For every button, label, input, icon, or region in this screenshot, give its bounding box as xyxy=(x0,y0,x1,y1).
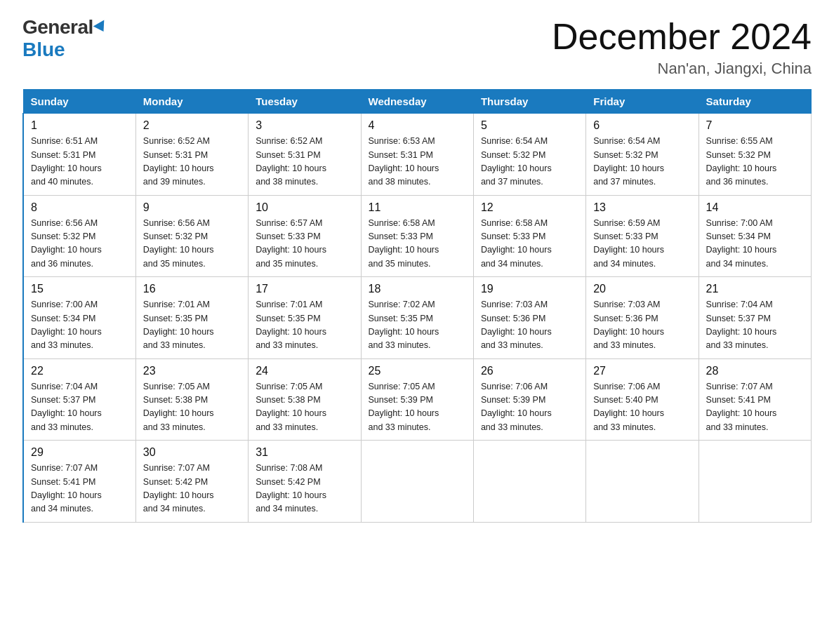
day-info: Sunrise: 7:05 AM Sunset: 5:39 PM Dayligh… xyxy=(369,380,466,435)
day-info: Sunrise: 6:58 AM Sunset: 5:33 PM Dayligh… xyxy=(369,217,466,271)
day-info: Sunrise: 6:51 AM Sunset: 5:31 PM Dayligh… xyxy=(31,135,128,189)
calendar-week-row: 8 Sunrise: 6:56 AM Sunset: 5:32 PM Dayli… xyxy=(23,195,812,277)
col-monday: Monday xyxy=(135,90,248,114)
day-number: 10 xyxy=(256,201,353,214)
logo-triangle-icon xyxy=(93,20,109,34)
day-number: 22 xyxy=(31,365,128,377)
day-info: Sunrise: 7:00 AM Sunset: 5:34 PM Dayligh… xyxy=(706,217,804,271)
calendar-week-row: 15 Sunrise: 7:00 AM Sunset: 5:34 PM Dayl… xyxy=(23,277,812,359)
table-row: 12 Sunrise: 6:58 AM Sunset: 5:33 PM Dayl… xyxy=(473,195,585,277)
day-number: 18 xyxy=(369,283,466,295)
day-info: Sunrise: 6:56 AM Sunset: 5:32 PM Dayligh… xyxy=(143,217,241,271)
day-info: Sunrise: 7:07 AM Sunset: 5:41 PM Dayligh… xyxy=(706,380,804,435)
day-info: Sunrise: 7:06 AM Sunset: 5:40 PM Dayligh… xyxy=(593,380,691,435)
day-info: Sunrise: 6:59 AM Sunset: 5:33 PM Dayligh… xyxy=(593,217,691,271)
day-number: 6 xyxy=(593,119,691,132)
day-number: 27 xyxy=(593,365,691,377)
day-info: Sunrise: 7:07 AM Sunset: 5:41 PM Dayligh… xyxy=(31,462,128,516)
table-row: 21 Sunrise: 7:04 AM Sunset: 5:37 PM Dayl… xyxy=(699,277,811,359)
day-number: 21 xyxy=(706,283,804,295)
day-number: 16 xyxy=(143,283,241,295)
table-row: 5 Sunrise: 6:54 AM Sunset: 5:32 PM Dayli… xyxy=(473,114,585,196)
table-row: 22 Sunrise: 7:04 AM Sunset: 5:37 PM Dayl… xyxy=(23,358,135,441)
table-row: 23 Sunrise: 7:05 AM Sunset: 5:38 PM Dayl… xyxy=(135,358,248,441)
day-number: 4 xyxy=(369,119,466,132)
day-info: Sunrise: 7:04 AM Sunset: 5:37 PM Dayligh… xyxy=(706,298,804,353)
day-info: Sunrise: 7:02 AM Sunset: 5:35 PM Dayligh… xyxy=(369,298,466,353)
day-info: Sunrise: 7:05 AM Sunset: 5:38 PM Dayligh… xyxy=(256,380,353,435)
table-row: 14 Sunrise: 7:00 AM Sunset: 5:34 PM Dayl… xyxy=(699,195,811,277)
day-number: 9 xyxy=(143,201,241,214)
day-number: 17 xyxy=(256,283,353,295)
table-row: 6 Sunrise: 6:54 AM Sunset: 5:32 PM Dayli… xyxy=(586,114,699,196)
day-info: Sunrise: 7:01 AM Sunset: 5:35 PM Dayligh… xyxy=(143,298,241,353)
table-row: 7 Sunrise: 6:55 AM Sunset: 5:32 PM Dayli… xyxy=(699,114,811,196)
col-thursday: Thursday xyxy=(473,90,585,114)
day-number: 3 xyxy=(256,119,353,132)
page-header: General Blue December 2024 Nan'an, Jiang… xyxy=(22,17,812,78)
day-number: 23 xyxy=(143,365,241,377)
col-wednesday: Wednesday xyxy=(361,90,473,114)
table-row: 17 Sunrise: 7:01 AM Sunset: 5:35 PM Dayl… xyxy=(249,277,361,359)
day-info: Sunrise: 7:08 AM Sunset: 5:42 PM Dayligh… xyxy=(256,462,353,516)
table-row xyxy=(473,441,585,523)
day-number: 8 xyxy=(31,201,128,214)
table-row: 11 Sunrise: 6:58 AM Sunset: 5:33 PM Dayl… xyxy=(361,195,473,277)
day-number: 29 xyxy=(31,446,128,459)
calendar-table: Sunday Monday Tuesday Wednesday Thursday… xyxy=(22,89,812,523)
day-info: Sunrise: 6:54 AM Sunset: 5:32 PM Dayligh… xyxy=(481,135,578,189)
table-row: 3 Sunrise: 6:52 AM Sunset: 5:31 PM Dayli… xyxy=(249,114,361,196)
day-info: Sunrise: 6:57 AM Sunset: 5:33 PM Dayligh… xyxy=(256,217,353,271)
table-row: 29 Sunrise: 7:07 AM Sunset: 5:41 PM Dayl… xyxy=(23,441,135,523)
day-number: 28 xyxy=(706,365,804,377)
day-info: Sunrise: 7:05 AM Sunset: 5:38 PM Dayligh… xyxy=(143,380,241,435)
day-info: Sunrise: 6:52 AM Sunset: 5:31 PM Dayligh… xyxy=(143,135,241,189)
day-number: 26 xyxy=(481,365,578,377)
day-number: 25 xyxy=(369,365,466,377)
month-year-title: December 2024 xyxy=(552,17,812,57)
table-row: 1 Sunrise: 6:51 AM Sunset: 5:31 PM Dayli… xyxy=(23,114,135,196)
table-row: 19 Sunrise: 7:03 AM Sunset: 5:36 PM Dayl… xyxy=(473,277,585,359)
table-row: 26 Sunrise: 7:06 AM Sunset: 5:39 PM Dayl… xyxy=(473,358,585,441)
table-row: 13 Sunrise: 6:59 AM Sunset: 5:33 PM Dayl… xyxy=(586,195,699,277)
table-row: 25 Sunrise: 7:05 AM Sunset: 5:39 PM Dayl… xyxy=(361,358,473,441)
day-number: 13 xyxy=(593,201,691,214)
day-info: Sunrise: 6:58 AM Sunset: 5:33 PM Dayligh… xyxy=(481,217,578,271)
day-number: 5 xyxy=(481,119,578,132)
table-row: 8 Sunrise: 6:56 AM Sunset: 5:32 PM Dayli… xyxy=(23,195,135,277)
day-info: Sunrise: 6:52 AM Sunset: 5:31 PM Dayligh… xyxy=(256,135,353,189)
calendar-week-row: 22 Sunrise: 7:04 AM Sunset: 5:37 PM Dayl… xyxy=(23,358,812,441)
day-info: Sunrise: 7:04 AM Sunset: 5:37 PM Dayligh… xyxy=(31,380,128,435)
table-row: 28 Sunrise: 7:07 AM Sunset: 5:41 PM Dayl… xyxy=(699,358,811,441)
table-row: 18 Sunrise: 7:02 AM Sunset: 5:35 PM Dayl… xyxy=(361,277,473,359)
col-friday: Friday xyxy=(586,90,699,114)
day-number: 7 xyxy=(706,119,804,132)
day-number: 20 xyxy=(593,283,691,295)
table-row xyxy=(699,441,811,523)
day-number: 15 xyxy=(31,283,128,295)
day-info: Sunrise: 6:56 AM Sunset: 5:32 PM Dayligh… xyxy=(31,217,128,271)
table-row xyxy=(361,441,473,523)
title-block: December 2024 Nan'an, Jiangxi, China xyxy=(552,17,812,78)
logo-blue-text: Blue xyxy=(22,39,65,61)
calendar-week-row: 1 Sunrise: 6:51 AM Sunset: 5:31 PM Dayli… xyxy=(23,114,812,196)
day-number: 11 xyxy=(369,201,466,214)
table-row: 10 Sunrise: 6:57 AM Sunset: 5:33 PM Dayl… xyxy=(249,195,361,277)
day-info: Sunrise: 6:54 AM Sunset: 5:32 PM Dayligh… xyxy=(593,135,691,189)
day-info: Sunrise: 6:55 AM Sunset: 5:32 PM Dayligh… xyxy=(706,135,804,189)
table-row: 2 Sunrise: 6:52 AM Sunset: 5:31 PM Dayli… xyxy=(135,114,248,196)
day-number: 24 xyxy=(256,365,353,377)
col-sunday: Sunday xyxy=(23,90,135,114)
table-row: 4 Sunrise: 6:53 AM Sunset: 5:31 PM Dayli… xyxy=(361,114,473,196)
calendar-header-row: Sunday Monday Tuesday Wednesday Thursday… xyxy=(23,90,812,114)
day-info: Sunrise: 7:03 AM Sunset: 5:36 PM Dayligh… xyxy=(593,298,691,353)
table-row: 20 Sunrise: 7:03 AM Sunset: 5:36 PM Dayl… xyxy=(586,277,699,359)
day-number: 19 xyxy=(481,283,578,295)
table-row: 16 Sunrise: 7:01 AM Sunset: 5:35 PM Dayl… xyxy=(135,277,248,359)
table-row: 31 Sunrise: 7:08 AM Sunset: 5:42 PM Dayl… xyxy=(249,441,361,523)
day-info: Sunrise: 7:01 AM Sunset: 5:35 PM Dayligh… xyxy=(256,298,353,353)
day-info: Sunrise: 7:00 AM Sunset: 5:34 PM Dayligh… xyxy=(31,298,128,353)
location-subtitle: Nan'an, Jiangxi, China xyxy=(552,60,812,78)
col-saturday: Saturday xyxy=(699,90,811,114)
table-row xyxy=(586,441,699,523)
